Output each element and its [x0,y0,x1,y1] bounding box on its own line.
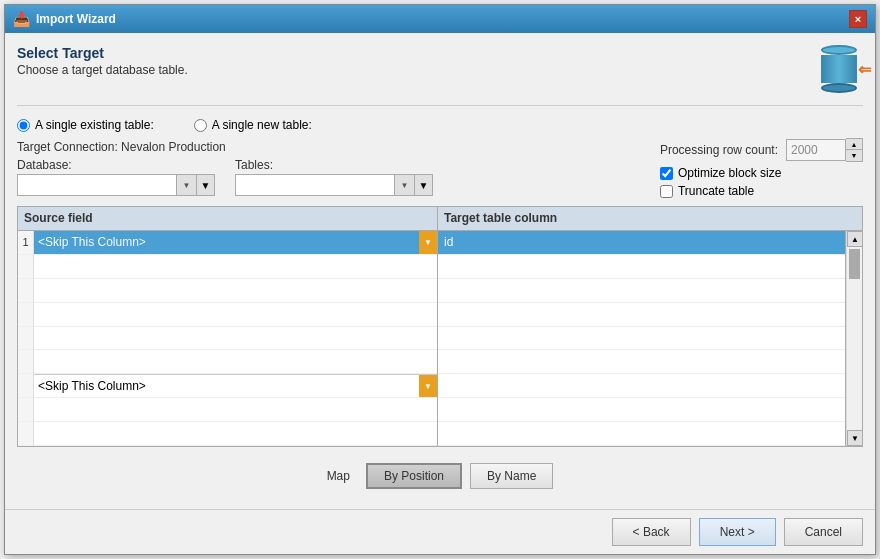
map-label: Map [327,469,350,483]
db-tables-row: Database: ▼ Tables: [17,158,433,196]
close-button[interactable]: × [849,10,867,28]
database-filter-btn[interactable]: ▼ [197,174,215,196]
truncate-checkbox-row: Truncate table [660,184,754,198]
tables-filter-btn[interactable]: ▼ [415,174,433,196]
connection-label: Target Connection: Nevalon Production [17,140,433,154]
database-field-group: Database: ▼ [17,158,215,196]
radio-row: A single existing table: A single new ta… [17,118,863,132]
source-dropdown-btn-1[interactable] [419,231,437,254]
source-row-2[interactable] [34,255,437,279]
tables-label: Tables: [235,158,433,172]
source-column: <Skip This Column> <Skip This Column> ▼ [34,231,438,446]
database-value [18,183,176,187]
row-num-6 [18,350,33,374]
scroll-down-btn[interactable]: ▼ [847,430,862,446]
radio-new-option: A single new table: [194,118,312,132]
target-column-header: Target table column [438,207,862,230]
footer: < Back Next > Cancel [5,509,875,554]
source-row-9[interactable] [34,422,437,446]
cancel-button[interactable]: Cancel [784,518,863,546]
mapping-header: Source field Target table column [18,207,862,231]
target-row-1: id [438,231,845,255]
source-row-3[interactable] [34,279,437,303]
source-row-1[interactable]: <Skip This Column> [34,231,437,255]
spinner-up[interactable]: ▲ [846,139,862,150]
import-wizard-window: 📥 Import Wizard × Select Target Choose a… [4,4,876,555]
row-num-4 [18,303,33,327]
radio-existing-label: A single existing table: [35,118,154,132]
optimize-label: Optimize block size [678,166,781,180]
tables-dropdown[interactable] [235,174,415,196]
truncate-label: Truncate table [678,184,754,198]
arrow-icon: ⇐ [858,60,871,79]
target-row-5 [438,327,845,351]
target-row-4 [438,303,845,327]
truncate-checkbox[interactable] [660,185,673,198]
left-settings: Target Connection: Nevalon Production Da… [17,140,433,196]
by-name-button[interactable]: By Name [470,463,553,489]
optimize-checkbox-row: Optimize block size [660,166,781,180]
radio-new[interactable] [194,119,207,132]
target-column: id [438,231,846,446]
scroll-up-btn[interactable]: ▲ [847,231,862,247]
target-row-6 [438,350,845,374]
header-separator [17,105,863,106]
row-num-7 [18,374,33,398]
radio-existing[interactable] [17,119,30,132]
map-buttons-row: Map By Position By Name [17,455,863,497]
database-dropdown[interactable] [17,174,197,196]
window-title: Import Wizard [36,12,116,26]
scrollbar-thumb[interactable] [849,249,860,279]
mapping-body: 1 <Skip This Column> [18,231,862,446]
source-dropdown-1[interactable]: <Skip This Column> [34,231,419,254]
source-column-header: Source field [18,207,438,230]
target-row-2 [438,255,845,279]
optimize-checkbox[interactable] [660,167,673,180]
page-title: Select Target [17,45,188,61]
database-dropdown-btn[interactable] [176,175,196,195]
row-num-8 [18,398,33,422]
title-bar: 📥 Import Wizard × [5,5,875,33]
target-row-8 [438,398,845,422]
scrollbar[interactable]: ▲ ▼ [846,231,862,446]
options-section: A single existing table: A single new ta… [17,118,863,198]
settings-row: Target Connection: Nevalon Production Da… [17,138,863,198]
row-num-1: 1 [18,231,33,255]
source-dropdown-btn-7[interactable]: ▼ [419,375,437,397]
header-section: Select Target Choose a target database t… [17,45,863,93]
tables-value [236,183,394,187]
main-content: Select Target Choose a target database t… [5,33,875,509]
processing-input[interactable] [786,139,846,161]
page-subtitle: Choose a target database table. [17,63,188,77]
row-num-2 [18,255,33,279]
mapping-section: Source field Target table column 1 [17,206,863,447]
target-row-3 [438,279,845,303]
back-button[interactable]: < Back [612,518,691,546]
header-text: Select Target Choose a target database t… [17,45,188,77]
source-row-5[interactable] [34,327,437,351]
source-row-8[interactable] [34,398,437,422]
tables-field-group: Tables: ▼ [235,158,433,196]
by-position-button[interactable]: By Position [366,463,462,489]
target-row-7 [438,374,845,398]
source-row-4[interactable] [34,303,437,327]
processing-spinner: ▲ ▼ [846,138,863,162]
database-icon: ⇐ [815,45,863,93]
radio-new-label: A single new table: [212,118,312,132]
radio-existing-option: A single existing table: [17,118,154,132]
right-settings: Processing row count: ▲ ▼ Optimize block… [660,138,863,198]
row-num-9 [18,422,33,446]
processing-row: Processing row count: ▲ ▼ [660,138,863,162]
source-row-6[interactable] [34,350,437,374]
database-label: Database: [17,158,215,172]
row-num-5 [18,327,33,351]
next-button[interactable]: Next > [699,518,776,546]
row-num-3 [18,279,33,303]
row-numbers: 1 [18,231,34,446]
processing-label: Processing row count: [660,143,778,157]
window-icon: 📥 [13,11,30,27]
tables-dropdown-btn[interactable] [394,175,414,195]
spinner-down[interactable]: ▼ [846,150,862,161]
target-row-9 [438,422,845,446]
source-row-7[interactable]: <Skip This Column> ▼ [34,374,437,398]
